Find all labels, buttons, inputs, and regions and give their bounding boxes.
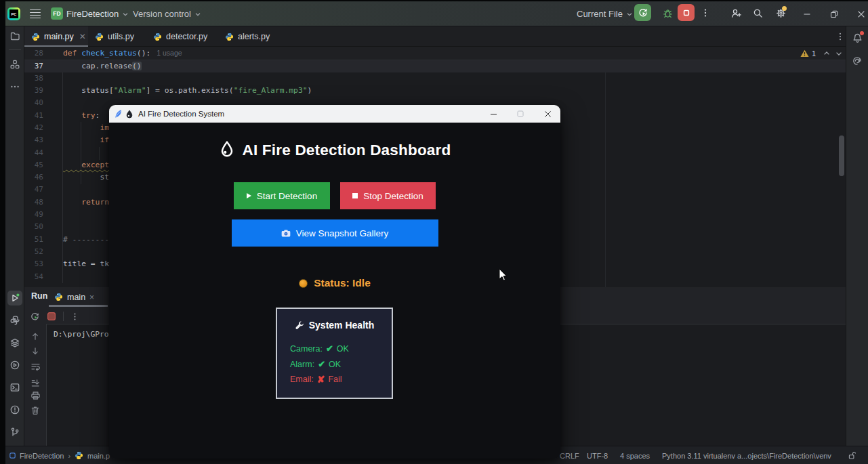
tool-stripe-more-tool-windows-icon[interactable] (7, 79, 22, 94)
project-name: FireDetection (66, 9, 119, 19)
more-options-icon[interactable] (70, 312, 79, 321)
window-minimize-button[interactable] (797, 1, 817, 26)
chevron-down-icon (122, 11, 129, 18)
window-close-button[interactable] (851, 1, 868, 26)
console-toolbar (24, 324, 46, 446)
line-ending-widget[interactable]: CRLF (560, 446, 579, 464)
run-configuration-selector[interactable]: Current File (577, 1, 633, 26)
chevron-down-icon (194, 11, 201, 18)
editor-tab-utils-py[interactable]: utils.py (88, 26, 146, 47)
status-label: Status: Idle (314, 277, 371, 289)
inspections-widget[interactable]: 1 (800, 48, 843, 59)
python-file-icon (75, 451, 83, 460)
chevron-down-icon (626, 11, 633, 18)
status-row: Status: Idle (109, 277, 560, 289)
health-row-email: Email:✘Fail (290, 374, 342, 385)
health-row-alarm: Alarm:✔OK (290, 359, 341, 369)
python-file-icon (225, 33, 234, 41)
tk-feather-icon (114, 109, 122, 119)
rerun-icon[interactable] (30, 312, 40, 322)
status-breadcrumb[interactable]: FireDetection › main.p (9, 446, 110, 464)
tool-stripe-version-control-icon[interactable] (7, 425, 22, 440)
prev-warning-icon[interactable] (823, 49, 831, 58)
tool-stripe-python-console-icon[interactable] (7, 313, 22, 328)
stop-detection-button[interactable]: Stop Detection (340, 182, 436, 209)
tool-stripe-terminal-icon[interactable] (7, 380, 22, 395)
app-window-fire-detection: AI Fire Detection System AI Fire Detecti… (109, 105, 560, 459)
more-actions-icon[interactable] (698, 5, 713, 20)
project-icon (9, 452, 16, 459)
tool-stripe-services-icon[interactable] (7, 335, 22, 350)
status-dot-icon (299, 279, 308, 288)
app-flame-icon (125, 110, 133, 119)
app-content: AI Fire Detection Dashboard Start Detect… (109, 123, 560, 459)
search-icon[interactable] (750, 5, 765, 20)
health-title: System Health (309, 320, 374, 331)
scroll-to-end-icon[interactable] (30, 377, 41, 389)
mouse-cursor (499, 268, 508, 281)
tool-stripe-problems-icon[interactable] (7, 402, 22, 417)
app-close-button[interactable] (537, 105, 558, 123)
editor-tab-main-py[interactable]: main.py✕ (24, 26, 88, 47)
app-minimize-button[interactable] (483, 105, 503, 123)
soft-wrap-icon[interactable] (30, 360, 41, 372)
next-occurrence-icon[interactable] (30, 345, 41, 357)
view-snapshot-gallery-button[interactable]: View Snapshot Gallery (232, 219, 438, 247)
close-icon[interactable]: ✕ (79, 32, 86, 41)
left-tool-stripe (5, 26, 24, 446)
run-panel-title[interactable]: Run (31, 291, 47, 301)
code-line-38: 38 (24, 72, 846, 85)
tool-stripe-project-icon[interactable] (7, 28, 22, 43)
tab-list-more-icon[interactable] (835, 31, 846, 42)
tool-stripe-notifications-icon[interactable] (850, 30, 865, 45)
code-with-me-icon[interactable] (728, 5, 743, 20)
tool-stripe-profiler-icon[interactable] (7, 358, 22, 373)
warning-count: 1 (812, 49, 816, 58)
print-icon[interactable] (30, 389, 41, 401)
indent-widget[interactable]: 4 spaces (620, 446, 650, 464)
interpreter-widget[interactable]: Python 3.11 virtualenv a...ojects\FireDe… (662, 446, 831, 464)
right-tool-stripe (846, 26, 868, 446)
tab-label: detector.py (166, 32, 207, 41)
prev-occurrence-icon[interactable] (30, 331, 41, 342)
camera-icon (281, 230, 291, 237)
run-tab-main[interactable]: main × (49, 289, 100, 305)
toolbar-separator (63, 312, 64, 321)
editor-tab-detector-py[interactable]: detector.py (146, 26, 218, 47)
stop-icon[interactable] (47, 312, 56, 321)
project-widget[interactable]: FireDetection (66, 1, 129, 26)
tool-stripe-ai-assistant-icon[interactable] (850, 54, 865, 68)
tool-stripe-structure-icon[interactable] (7, 57, 22, 72)
health-row-camera: Camera:✔OK (290, 343, 349, 354)
python-file-icon (54, 293, 63, 301)
editor-tab-alerts-py[interactable]: alerts.py (218, 26, 281, 47)
start-detection-button[interactable]: Start Detection (234, 182, 330, 209)
fire-drop-icon (219, 140, 235, 160)
settings-gear-icon[interactable] (773, 5, 788, 20)
sticky-line: 28def check_status():1 usage (24, 47, 846, 60)
editor-scrollbar-thumb[interactable] (839, 135, 844, 176)
app-maximize-button[interactable] (510, 105, 531, 123)
app-title-bar[interactable]: AI Fire Detection System (109, 105, 560, 123)
python-file-icon (31, 33, 40, 41)
clear-all-icon[interactable] (30, 404, 41, 416)
pycharm-logo-icon[interactable]: PC (7, 7, 20, 20)
stop-button[interactable] (678, 4, 695, 21)
dashboard-heading: AI Fire Detection Dashboard (109, 140, 560, 160)
tool-stripe-run-icon[interactable] (7, 291, 22, 305)
debug-button[interactable] (660, 5, 675, 20)
main-menu-icon[interactable] (30, 9, 41, 19)
window-restore-button[interactable] (824, 1, 844, 26)
rerun-button[interactable] (634, 4, 651, 21)
project-badge[interactable]: FD (51, 7, 63, 20)
breadcrumb-file: main.p (87, 452, 110, 460)
close-icon[interactable]: × (89, 293, 94, 302)
usage-hint[interactable]: 1 usage (157, 47, 182, 60)
encoding-widget[interactable]: UTF-8 (587, 446, 608, 464)
next-warning-icon[interactable] (835, 49, 843, 58)
cross-icon: ✘ (317, 374, 325, 385)
tab-label: main.py (44, 32, 74, 41)
lock-icon[interactable] (848, 446, 856, 464)
vcs-widget[interactable]: Version control (133, 1, 201, 26)
breadcrumb-separator: › (68, 452, 70, 460)
